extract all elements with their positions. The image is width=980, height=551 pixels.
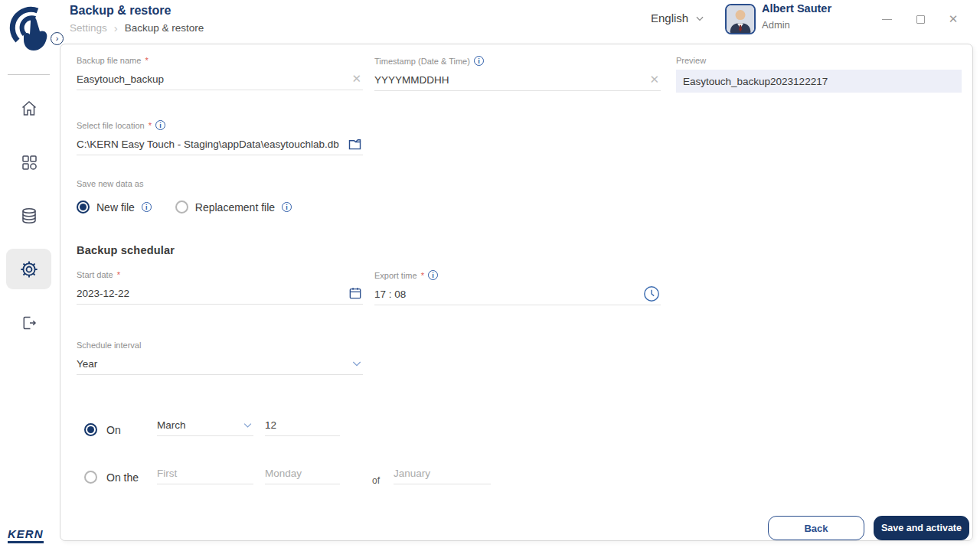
breadcrumb-current: Backup & restore [125, 22, 204, 34]
on-row: On [84, 423, 121, 436]
file-location-input[interactable]: C:\KERN Easy Touch - Staging\appData\eas… [77, 133, 363, 155]
ordinal-select[interactable]: First [157, 462, 253, 484]
file-location-field: Select file location* i C:\KERN Easy Tou… [77, 120, 363, 155]
close-button[interactable]: ✕ [942, 11, 964, 28]
sidebar-item-logout[interactable] [6, 302, 51, 343]
interval-field: Schedule interval Year [77, 341, 363, 375]
language-value: English [651, 11, 688, 24]
weekday-select[interactable]: Monday [265, 462, 340, 484]
required-mark: * [421, 271, 424, 280]
start-date-field: Start date* 2023-12-22 [77, 270, 363, 305]
sidebar-item-modules[interactable] [6, 142, 51, 182]
page-title: Backup & restore [70, 4, 172, 18]
preview-label: Preview [676, 56, 962, 65]
save-as-label: Save new data as [77, 179, 292, 188]
database-icon [20, 207, 38, 225]
on-month-field: March [157, 414, 253, 436]
new-file-label: New file [96, 201, 135, 214]
replacement-file-label: Replacement file [195, 201, 275, 214]
required-mark: * [145, 56, 148, 65]
required-mark: * [149, 121, 152, 130]
save-and-activate-button[interactable]: Save and activate [874, 516, 969, 540]
clock-icon [642, 285, 661, 303]
chevron-down-icon [242, 419, 253, 431]
start-date-input[interactable]: 2023-12-22 [77, 282, 363, 305]
info-icon[interactable]: i [282, 202, 292, 212]
radio-replacement-file[interactable] [175, 201, 188, 214]
chevron-down-icon [351, 357, 363, 370]
content-card: Backup file name* Easytouch_backup ✕ Tim… [60, 44, 973, 541]
on-the-label: On the [106, 471, 139, 484]
chevron-down-icon [694, 13, 705, 24]
time-picker-button[interactable] [642, 285, 661, 303]
radio-on-the[interactable] [84, 471, 97, 484]
timestamp-input[interactable]: YYYYMMDDHH ✕ [374, 69, 661, 91]
info-icon[interactable]: i [428, 270, 438, 280]
breadcrumb-separator-icon: › [114, 21, 118, 34]
clear-icon[interactable]: ✕ [350, 72, 363, 86]
timestamp-field: Timestamp (Date & Time) i YYYYMMDDHH ✕ [374, 56, 661, 91]
backup-restore-page: KERN › Backup & restore Settings › Backu… [0, 0, 980, 551]
backup-file-name-field: Backup file name* Easytouch_backup ✕ [77, 56, 363, 90]
on-month-select[interactable]: March [157, 414, 253, 436]
calendar-picker-button[interactable] [348, 285, 363, 301]
of-month-select[interactable]: January [394, 462, 491, 484]
maximize-button[interactable] [910, 11, 931, 28]
breadcrumb-parent[interactable]: Settings [70, 22, 107, 34]
scheduler-heading: Backup schedular [77, 244, 175, 256]
user-avatar[interactable] [725, 4, 756, 34]
kern-logo: KERN [8, 527, 44, 543]
home-icon [20, 99, 38, 118]
back-button[interactable]: Back [768, 516, 864, 540]
on-day-field: 12 [265, 414, 340, 436]
on-day-input[interactable]: 12 [265, 414, 340, 436]
of-month-field: January [394, 462, 491, 484]
required-mark: * [117, 270, 120, 279]
info-icon[interactable]: i [474, 56, 484, 66]
ordinal-field: First [157, 462, 253, 484]
on-the-row: On the [84, 471, 139, 484]
gear-icon [19, 259, 39, 279]
preview-value: Easytouch_backup2023122217 [676, 70, 962, 93]
preview-field: Preview Easytouch_backup2023122217 [676, 56, 962, 93]
logout-icon [20, 314, 38, 332]
backup-file-name-label: Backup file name* [77, 56, 363, 65]
file-location-label: Select file location* i [77, 120, 363, 130]
info-icon[interactable]: i [142, 202, 152, 212]
calendar-icon [348, 285, 363, 301]
sidebar-divider [8, 74, 50, 75]
folder-icon [347, 136, 363, 152]
sidebar-item-home[interactable] [6, 88, 51, 129]
browse-folder-button[interactable] [347, 136, 363, 152]
export-time-label: Export time* i [374, 270, 661, 280]
avatar-photo [727, 5, 754, 33]
minimize-button[interactable] [876, 11, 897, 28]
export-time-input[interactable]: 17 : 08 [374, 283, 661, 305]
timestamp-label: Timestamp (Date & Time) i [374, 56, 661, 66]
weekday-field: Monday [265, 462, 340, 484]
export-time-field: Export time* i 17 : 08 [374, 270, 661, 305]
sidebar-item-database[interactable] [6, 195, 51, 236]
sidebar-item-settings[interactable] [6, 249, 51, 289]
user-role: Admin [762, 19, 790, 31]
save-as-group: Save new data as New file i Replacement … [77, 179, 292, 214]
start-date-label: Start date* [77, 270, 363, 279]
backup-file-name-input[interactable]: Easytouch_backup ✕ [77, 68, 363, 90]
on-label: On [106, 424, 121, 436]
breadcrumb: Settings › Backup & restore [70, 21, 204, 34]
of-label: of [372, 475, 380, 486]
info-icon[interactable]: i [155, 120, 165, 130]
clear-icon[interactable]: ✕ [648, 73, 661, 86]
user-name: Albert Sauter [762, 2, 831, 15]
modules-grid-icon [20, 153, 38, 171]
easytouch-logo-icon [8, 6, 50, 55]
radio-on[interactable] [84, 423, 97, 436]
sidebar: KERN [0, 0, 60, 551]
language-selector[interactable]: English [651, 11, 705, 24]
sidebar-collapse-button[interactable]: › [51, 32, 64, 45]
radio-new-file[interactable] [77, 201, 90, 214]
interval-label: Schedule interval [77, 341, 363, 350]
interval-select[interactable]: Year [77, 353, 363, 375]
